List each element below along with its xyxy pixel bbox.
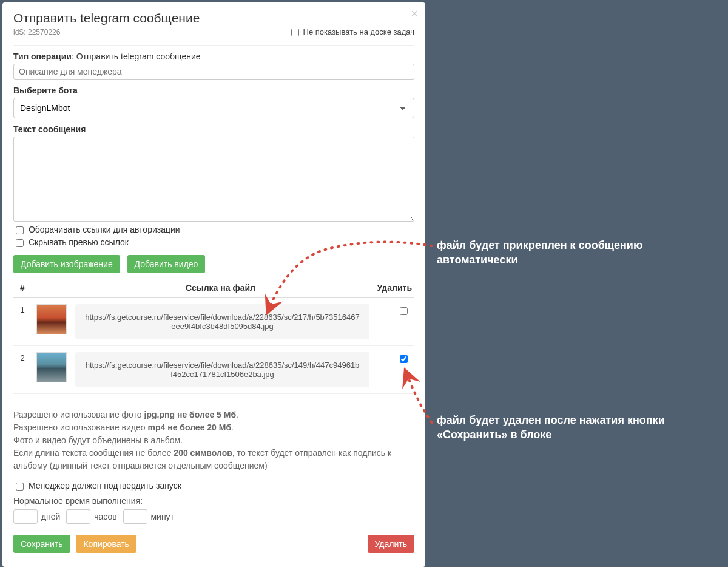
file-thumb[interactable] [36, 352, 67, 382]
exec-time-label: Нормальное время выполнения: [13, 496, 414, 506]
col-thumb [32, 278, 69, 298]
annotation-delete: файл будет удален после нажатия кнопки «… [437, 413, 692, 443]
hide-preview-row[interactable]: Скрывать превью ссылок [13, 237, 129, 247]
days-input[interactable] [13, 509, 38, 524]
operation-type-value: Отправить telegram сообщение [76, 52, 201, 61]
message-label: Текст сообщения [13, 124, 414, 134]
hide-on-board-checkbox[interactable] [291, 29, 299, 36]
operation-type-label: Тип операции [13, 52, 72, 61]
operation-type-row: Тип операции: Отправить telegram сообщен… [13, 52, 414, 61]
col-delete: Удалить [372, 278, 414, 298]
delete-button[interactable]: Удалить [368, 535, 414, 553]
wrap-links-row[interactable]: Оборачивать ссылки для авторизации [13, 225, 180, 234]
add-video-button[interactable]: Добавить видео [127, 255, 206, 273]
telegram-send-modal: × Отправить telegram сообщение idS: 2257… [2, 2, 425, 567]
table-row: 2 https://fs.getcourse.ru/fileservice/fi… [13, 346, 414, 394]
hide-on-board-label: Не показывать на доске задач [303, 27, 414, 36]
hide-on-board-row[interactable]: Не показывать на доске задач [289, 27, 414, 38]
bot-label: Выберите бота [13, 86, 414, 95]
file-url[interactable]: https://fs.getcourse.ru/fileservice/file… [75, 304, 369, 339]
delete-file-checkbox[interactable] [400, 307, 408, 315]
message-textarea[interactable] [13, 137, 414, 222]
col-num: # [13, 278, 32, 298]
manager-description-input[interactable] [13, 64, 414, 80]
wrap-links-checkbox[interactable] [16, 226, 24, 234]
file-thumb[interactable] [36, 304, 67, 334]
row-num: 1 [13, 298, 32, 346]
confirm-launch-label: Менеджер должен подтвердить запуск [29, 481, 181, 491]
files-table: # Ссылка на файл Удалить 1 https://fs.ge… [13, 278, 414, 394]
help-text: Разрешено использование фото jpg,png не … [13, 409, 414, 472]
table-row: 1 https://fs.getcourse.ru/fileservice/fi… [13, 298, 414, 346]
close-icon[interactable]: × [411, 7, 418, 19]
hours-input[interactable] [66, 509, 90, 524]
minutes-input[interactable] [123, 509, 147, 524]
wrap-links-label: Оборачивать ссылки для авторизации [29, 225, 180, 234]
hide-preview-checkbox[interactable] [16, 239, 24, 247]
save-button[interactable]: Сохранить [13, 535, 70, 553]
confirm-launch-row[interactable]: Менеджер должен подтвердить запуск [13, 481, 181, 491]
modal-title: Отправить telegram сообщение [13, 11, 414, 25]
delete-file-checkbox[interactable] [400, 355, 408, 363]
hide-preview-label: Скрывать превью ссылок [29, 237, 129, 247]
annotation-attach: файл будет прикреплен к сообщению автома… [437, 238, 692, 268]
exec-time-inputs: дней часов минут [13, 509, 414, 524]
col-url: Ссылка на файл [69, 278, 372, 298]
add-image-button[interactable]: Добавить изображение [13, 255, 120, 273]
bot-select[interactable]: DesignLMbot [13, 98, 414, 118]
file-url[interactable]: https://fs.getcourse.ru/fileservice/file… [75, 352, 369, 387]
confirm-launch-checkbox[interactable] [16, 483, 24, 491]
copy-button[interactable]: Копировать [76, 535, 136, 553]
row-num: 2 [13, 346, 32, 394]
